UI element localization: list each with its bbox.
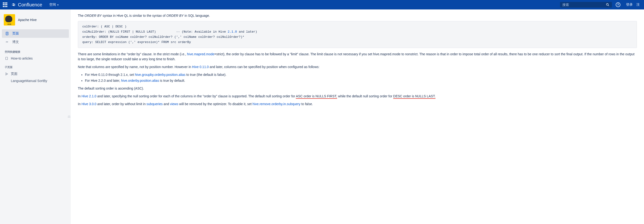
svg-rect-6 (6, 57, 8, 60)
tree-icon (5, 72, 8, 76)
link-orderby-alias[interactable]: hive.orderby.position.alias (121, 79, 159, 82)
link-groupby-alias[interactable]: hive.groupby.orderby.position.alias (135, 73, 186, 77)
svg-point-0 (606, 4, 608, 6)
svg-line-1 (608, 5, 609, 6)
list-item: For Hive 2.2.0 and later, hive.orderby.p… (85, 78, 637, 83)
underline-desc: DESC order is NULLS LAST. (393, 94, 436, 99)
login-link[interactable]: 登录 (624, 3, 634, 7)
link-mapred-mode[interactable]: hive.mapred.mode (187, 52, 214, 56)
svg-point-7 (6, 73, 6, 73)
sidebar-nav-pages[interactable]: 页面 (2, 29, 69, 38)
help-icon[interactable]: ? (616, 2, 620, 7)
app-switcher-icon[interactable] (2, 2, 8, 8)
svg-point-9 (7, 74, 8, 74)
underline-asc: ASC order is NULLS FIRST, (296, 94, 337, 99)
svg-point-8 (6, 74, 6, 75)
tree-child-sortby[interactable]: LanguageManual SortBy (0, 78, 71, 84)
section-shortcuts-label: 空间快捷链接 (0, 46, 71, 55)
null-sort-paragraph: In Hive 2.1.0 and later, specifying the … (78, 94, 637, 99)
link-hive-3-0[interactable]: Hive 3.0.0 (82, 102, 96, 106)
columns-paragraph: Note that columns are specified by name,… (78, 65, 637, 70)
list-item: For Hive 0.11.0 through 2.1.x, set hive.… (85, 72, 637, 77)
space-name: Apache Hive (18, 18, 36, 22)
doc-icon (5, 57, 8, 60)
search-input[interactable] (562, 3, 606, 7)
search-box[interactable] (560, 2, 612, 8)
sidebar-nav-blog[interactable]: 博文 (2, 38, 69, 46)
link-hive-0-11[interactable]: Hive 0.11.0 (192, 65, 209, 69)
hive-logo-icon (4, 14, 15, 26)
default-sort-paragraph: The default sorting order is ascending (… (78, 86, 637, 91)
intro-paragraph: The ORDER BY syntax in Hive QL is simila… (78, 13, 637, 18)
nav-spaces[interactable]: 空间 ▾ (47, 3, 61, 7)
limitations-paragraph: There are some limitations in the "order… (78, 52, 637, 62)
logo-text: Confluence (18, 2, 42, 8)
tree-pages[interactable]: 页面 (0, 70, 71, 78)
section-children-label: 子页面 (0, 62, 71, 70)
link-hive-2-1[interactable]: Hive 2.1.0 (82, 94, 96, 98)
chevron-down-icon: ▾ (57, 4, 58, 6)
sidebar-collapse-handle[interactable]: ⟨⟨ (68, 116, 71, 118)
register-link[interactable]: 注 (634, 3, 642, 7)
top-nav: Confluence 空间 ▾ ? 登录 注 (0, 0, 644, 10)
confluence-logo[interactable]: Confluence (11, 2, 42, 8)
confluence-icon (11, 2, 16, 8)
config-list: For Hive 0.11.0 through 2.1.x, set hive.… (85, 72, 637, 83)
page-content: The ORDER BY syntax in Hive QL is simila… (71, 10, 644, 224)
quote-icon (5, 40, 10, 44)
search-icon (606, 3, 610, 7)
page-icon (5, 31, 10, 36)
optimizer-paragraph: In Hive 3.0.0 and later, order by withou… (78, 102, 637, 107)
space-header[interactable]: Apache Hive (0, 12, 71, 29)
shortcut-howto[interactable]: How-to articles (0, 55, 71, 62)
link-views[interactable]: views (170, 102, 178, 106)
sidebar: Apache Hive 页面 博文 空间快捷链接 How-to articles (0, 10, 71, 224)
syntax-code-block: colOrder: ( ASC | DESC ) colNullOrder: (… (78, 21, 637, 48)
link-subqueries[interactable]: subqueries (146, 102, 163, 106)
link-remove-orderby[interactable]: hive.remove.orderby.in.subquery (253, 102, 300, 106)
